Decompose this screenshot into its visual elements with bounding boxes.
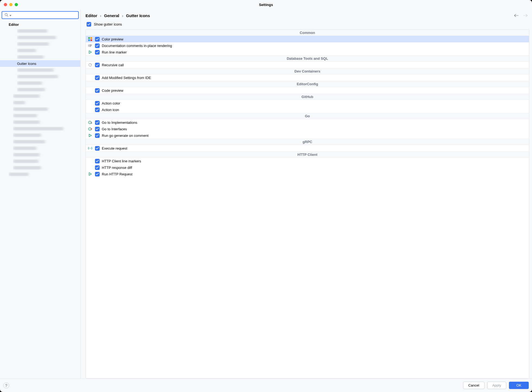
item-checkbox[interactable] [95,146,100,151]
item-checkbox[interactable] [95,88,100,93]
gutter-icon-row[interactable]: HTTP response diff [86,164,529,171]
group-header: Go [86,113,529,119]
item-checkbox[interactable] [95,43,100,48]
item-label: Color preview [102,37,123,41]
run-play-icon [87,171,93,177]
svg-line-1 [7,15,8,16]
item-checkbox[interactable] [95,50,100,55]
item-checkbox[interactable] [95,63,100,67]
empty-icon [87,100,93,106]
svg-point-10 [89,64,91,66]
item-label: Code preview [102,88,123,93]
doc-lines-icon [87,43,93,48]
gutter-icon-row[interactable]: Add Modified Settings from IDE [86,74,529,81]
gutter-icon-row[interactable]: Action color [86,100,529,106]
group-header: Dev Containers [86,68,529,74]
group-header: gRPC [86,139,529,145]
run-play-icon [87,133,93,138]
close-window-button[interactable] [4,3,7,6]
impl-down-icon: I [87,120,93,125]
show-gutter-icons-checkbox[interactable] [87,22,91,27]
apply-button: Apply [487,382,506,389]
fullscreen-window-button[interactable] [15,3,18,6]
breadcrumb-sep: › [100,13,101,18]
search-dropdown-icon[interactable] [10,13,11,17]
gutter-icon-row[interactable]: Execute request [86,145,529,151]
ok-button[interactable]: OK [509,382,529,389]
help-button[interactable]: ? [3,382,9,388]
svg-point-15 [89,148,90,148]
svg-point-16 [90,148,91,148]
gutter-icon-row[interactable]: Run line marker [86,49,529,55]
item-label: Add Modified Settings from IDE [102,76,151,80]
gutter-icon-row[interactable]: IGo to Interfaces [86,126,529,132]
item-checkbox[interactable] [95,37,100,42]
gutter-icon-row[interactable]: Run go generate on comment [86,132,529,139]
gutter-icon-row[interactable]: Run HTTP Request [86,171,529,177]
sidebar-category-editor[interactable]: Editor [0,21,80,28]
gutter-icon-row[interactable]: IGo to Implementations [86,119,529,126]
item-label: Run HTTP Request [102,172,132,176]
grpc-icon [87,146,93,151]
titlebar: Settings [0,0,532,9]
group-header: HTTP Client [86,151,529,158]
breadcrumb-item[interactable]: General [104,13,119,18]
empty-icon [87,158,93,164]
item-checkbox[interactable] [95,127,100,131]
item-label: Recursive call [102,63,124,67]
sidebar-item-gutter-icons[interactable]: Gutter Icons [0,60,80,67]
item-label: Run go generate on comment [102,134,148,138]
item-label: Go to Interfaces [102,127,127,131]
item-checkbox[interactable] [95,172,100,176]
breadcrumb-item[interactable]: Editor [86,13,97,18]
svg-text:I: I [89,121,90,124]
minimize-window-button[interactable] [9,3,12,6]
item-label: HTTP Client line markers [102,159,141,163]
item-label: Run line marker [102,50,127,54]
nav-forward-icon [523,14,528,17]
nav-back-icon[interactable] [514,14,518,17]
window-title: Settings [0,3,532,7]
breadcrumb-item: Gutter Icons [126,13,150,18]
gutter-icons-list[interactable]: CommonColor previewDocumentation comment… [86,30,529,378]
empty-icon [87,88,93,93]
gutter-icon-row[interactable]: Color preview [86,36,529,42]
cancel-button[interactable]: Cancel [463,382,484,389]
item-checkbox[interactable] [95,133,100,138]
item-label: Documentation comments in-place renderin… [102,44,172,48]
group-header: GitHub [86,94,529,100]
recursive-icon [87,62,93,68]
svg-rect-3 [90,37,92,39]
dialog-footer: ? Cancel Apply OK [0,378,532,392]
gutter-icon-row[interactable]: Documentation comments in-place renderin… [86,42,529,49]
item-checkbox[interactable] [95,120,100,125]
item-checkbox[interactable] [95,75,100,80]
gutter-icon-row[interactable]: Action icon [86,106,529,113]
gutter-icon-row[interactable]: Recursive call [86,62,529,68]
svg-text:I: I [89,128,90,130]
empty-icon [87,75,93,80]
breadcrumb: Editor › General › Gutter Icons [86,11,529,20]
item-label: HTTP response diff [102,166,132,170]
item-checkbox[interactable] [95,108,100,112]
item-checkbox[interactable] [95,165,100,170]
item-checkbox[interactable] [95,159,100,163]
settings-search[interactable] [2,11,79,19]
svg-rect-4 [88,39,90,41]
search-input[interactable] [12,13,76,17]
empty-icon [87,165,93,170]
svg-rect-2 [88,37,90,39]
show-gutter-icons-label: Show gutter icons [94,22,122,26]
empty-icon [87,107,93,112]
group-header: Common [86,30,529,36]
item-label: Go to Implementations [102,121,137,125]
item-label: Action icon [102,108,119,112]
item-label: Action color [102,101,120,105]
gutter-icon-row[interactable]: HTTP Client line markers [86,158,529,164]
settings-tree[interactable]: Editor Gutter Icons [0,21,80,378]
group-header: EditorConfig [86,81,529,87]
gutter-icon-row[interactable]: Code preview [86,87,529,94]
svg-rect-5 [90,39,92,41]
run-play-icon [87,49,93,55]
item-checkbox[interactable] [95,101,100,106]
